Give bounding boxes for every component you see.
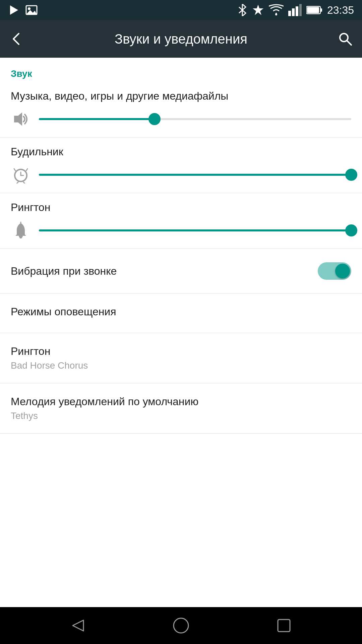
nav-bar [0,607,362,644]
svg-rect-11 [320,8,322,12]
svg-rect-12 [307,7,319,13]
bell-icon [11,220,31,240]
svg-rect-9 [299,4,302,16]
vibration-toggle[interactable] [318,262,351,280]
media-volume-setting: Музыка, видео, игры и другие медиафайлы [0,82,362,138]
play-icon [8,4,20,16]
svg-point-27 [174,618,188,633]
app-bar: Звуки и уведомления [0,20,362,58]
media-volume-slider[interactable] [39,112,351,126]
status-left [8,4,38,16]
alarm-slider-row [11,165,351,185]
ringtone-volume-slider[interactable] [39,224,351,237]
svg-line-22 [23,182,25,183]
vibration-setting[interactable]: Вибрация при звонке [0,249,362,293]
svg-point-5 [275,13,277,15]
status-right: 23:35 [237,4,354,16]
svg-point-2 [28,7,31,10]
svg-rect-6 [288,11,291,16]
bluetooth-icon [237,4,247,16]
ringtone-slider-label: Рингтон [11,201,351,214]
svg-marker-4 [253,5,263,15]
notification-modes-item[interactable]: Режимы оповещения [0,293,362,333]
content-area: Звук Музыка, видео, игры и другие медиаф… [0,58,362,607]
svg-line-21 [17,182,18,183]
alarm-volume-setting: Будильник [0,138,362,193]
svg-line-19 [14,169,15,171]
svg-line-14 [347,41,351,45]
home-nav-button[interactable] [168,612,194,639]
signal-icon [288,4,302,16]
sound-section-header: Звук [0,58,362,82]
ringtone-menu-subtitle: Bad Horse Chorus [11,360,351,371]
ringtone-slider-row [11,220,351,240]
volume-icon [11,109,31,129]
image-icon [25,4,38,16]
svg-marker-3 [26,10,37,14]
svg-rect-8 [296,6,298,16]
vibration-label: Вибрация при звонке [11,265,117,277]
status-time: 23:35 [327,4,354,16]
search-button[interactable] [338,32,353,46]
svg-rect-28 [278,620,290,632]
ringtone-menu-title: Рингтон [11,345,351,358]
back-nav-button[interactable] [65,612,92,639]
notification-tone-subtitle: Tethys [11,411,351,421]
alarm-icon [11,165,31,185]
alarm-volume-label: Будильник [11,146,351,158]
back-button[interactable] [9,32,24,46]
media-volume-label: Музыка, видео, игры и другие медиафайлы [11,90,351,102]
recent-nav-button[interactable] [270,612,297,639]
battery-icon [306,5,322,15]
notification-tone-title: Мелодия уведомлений по умолчанию [11,395,351,408]
svg-line-20 [26,169,27,171]
star-icon [252,4,264,16]
wifi-icon [269,4,284,16]
notification-modes-label: Режимы оповещения [11,306,351,318]
alarm-volume-slider[interactable] [39,168,351,181]
svg-marker-15 [14,112,22,126]
svg-point-24 [19,236,22,238]
page-title: Звуки и уведомления [32,32,330,47]
notification-tone-item[interactable]: Мелодия уведомлений по умолчанию Tethys [0,383,362,434]
svg-marker-26 [73,620,83,631]
ringtone-volume-setting: Рингтон [0,193,362,249]
status-bar: 23:35 [0,0,362,20]
svg-rect-7 [292,8,295,16]
ringtone-menu-item[interactable]: Рингтон Bad Horse Chorus [0,333,362,383]
svg-marker-0 [10,5,18,15]
media-slider-row [11,109,351,129]
toggle-knob [335,264,350,278]
